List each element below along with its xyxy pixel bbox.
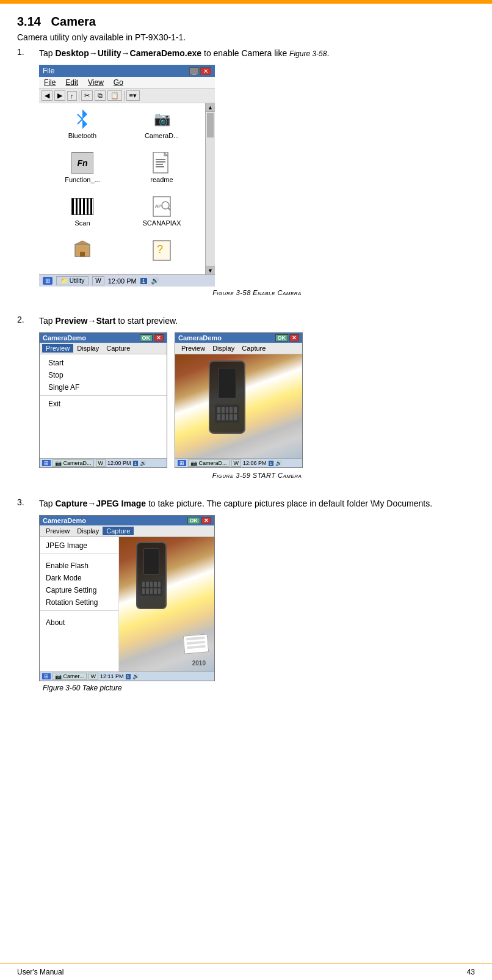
- fig58-paste-btn[interactable]: 📋: [107, 90, 122, 101]
- fig59-camera-preview: [175, 354, 302, 458]
- fig58-scrollbar[interactable]: ▲ ▼: [205, 103, 215, 274]
- step-1-text: Tap Desktop→Utility→CameraDemo.exe to en…: [39, 47, 475, 60]
- svg-line-3: [78, 119, 82, 124]
- icon-bluetooth[interactable]: Bluetooth: [44, 108, 121, 146]
- fig58-menu-file[interactable]: File: [44, 78, 56, 87]
- fig58-menu-go[interactable]: Go: [114, 78, 123, 87]
- fig59-right-menu-display[interactable]: Display: [209, 344, 238, 353]
- fig60-menu-capsetting[interactable]: Capture Setting: [40, 584, 118, 596]
- fig60-sep2: [40, 610, 118, 615]
- footer: User's Manual 43: [0, 964, 492, 980]
- icon-camerademo[interactable]: 📷 CameraD...: [123, 108, 200, 146]
- fig60-menu-dark[interactable]: Dark Mode: [40, 572, 118, 584]
- fig59-left-app-btn[interactable]: 📷 CameraD...: [52, 459, 94, 467]
- fig59-menu-stop[interactable]: Stop: [40, 369, 167, 381]
- svg-marker-0: [82, 109, 87, 119]
- fig59-left-badge: 1: [133, 461, 138, 466]
- fig59-left-body: Start Stop Single AF Exit: [40, 354, 167, 458]
- fig60-menu-capture[interactable]: Capture: [103, 527, 134, 535]
- readme-icon: [151, 152, 173, 174]
- fig60-device-silhouette: [136, 542, 167, 609]
- fig59-right-menu-capture[interactable]: Capture: [238, 344, 269, 353]
- fn-icon: Fn: [71, 152, 93, 174]
- start-button[interactable]: ⊞: [43, 277, 52, 285]
- speaker-icon: 🔊: [151, 277, 159, 285]
- intro-content: Camera utility only available in PT-9X30…: [17, 32, 186, 42]
- fig59-left-app-label: CameraD...: [63, 460, 92, 466]
- fig58-minimize-btn[interactable]: _: [189, 67, 199, 75]
- icon-function[interactable]: Fn Function_...: [44, 152, 121, 190]
- utility-label: Utility: [70, 277, 84, 284]
- fig59-right-app-btn[interactable]: 📷 CameraD...: [188, 459, 230, 467]
- fig58-view-btn[interactable]: ≡▾: [126, 90, 140, 101]
- svg-line-2: [78, 114, 82, 119]
- fig60-word-btn[interactable]: W: [89, 673, 99, 680]
- icon-scan[interactable]: Scan: [44, 196, 121, 233]
- fig60-doc: [183, 634, 209, 654]
- fig59-left-ok-btn[interactable]: OK: [140, 334, 153, 342]
- fig58-menubar: File Edit View Go: [39, 77, 215, 89]
- word-taskbar[interactable]: W: [92, 276, 104, 285]
- scroll-thumb[interactable]: [207, 113, 214, 137]
- fig59-right-close-btn[interactable]: ✕: [289, 334, 299, 342]
- fig60-menu-flash[interactable]: Enable Flash: [40, 560, 118, 572]
- fig60-menu-about[interactable]: About: [40, 616, 118, 629]
- fig58-up-btn[interactable]: ↑: [67, 91, 77, 101]
- fig59-right-word-btn[interactable]: W: [231, 459, 242, 467]
- fig58-menu-view[interactable]: View: [88, 78, 104, 87]
- fig60-menu-jpeg[interactable]: JPEG Image: [40, 539, 118, 552]
- scroll-down-btn[interactable]: ▼: [206, 266, 215, 274]
- fig59-left-menu-capture[interactable]: Capture: [103, 344, 134, 353]
- fig59-left-menu-preview[interactable]: Preview: [42, 344, 73, 353]
- fig60-menu-preview[interactable]: Preview: [42, 527, 73, 535]
- camera-icon: 📷: [151, 108, 173, 130]
- fig60-titlebar: CameraDemo OK ✕: [40, 516, 214, 525]
- fig60-close-btn[interactable]: ✕: [201, 517, 211, 524]
- bluetooth-label: Bluetooth: [68, 132, 96, 139]
- fig59-left-close-btn[interactable]: ✕: [154, 334, 164, 342]
- step-2-num: 2.: [17, 315, 39, 324]
- fig60-title: CameraDemo: [43, 517, 86, 524]
- scan-label: Scan: [74, 219, 90, 227]
- icon-misc2[interactable]: ?: [123, 240, 200, 270]
- icon-scanapiax[interactable]: API SCANAPIAX: [123, 196, 200, 233]
- fig59-menu-start[interactable]: Start: [40, 357, 167, 369]
- device-screen: [218, 368, 236, 398]
- fig58-back-btn[interactable]: ◀: [42, 90, 52, 101]
- fig60-start-icon: ⊞: [42, 673, 51, 679]
- fig59-menu-singleaf[interactable]: Single AF: [40, 381, 167, 393]
- fig60-ok-btn[interactable]: OK: [187, 517, 201, 524]
- fig59-right-title: CameraDemo: [178, 334, 222, 342]
- fig60-app-btn[interactable]: 📷 Camer...: [52, 673, 87, 680]
- bluetooth-icon: [71, 108, 93, 130]
- fig58-cut-btn[interactable]: ✂: [81, 90, 93, 101]
- fig59-caption: Figure 3-59 START Camera: [39, 472, 475, 479]
- fig60-menu-display[interactable]: Display: [73, 527, 103, 535]
- fig59-right-menu-preview[interactable]: Preview: [178, 344, 209, 353]
- fig59-menu-exit[interactable]: Exit: [40, 398, 167, 410]
- fig58-icon-grid: Bluetooth 📷 CameraD... Fn: [39, 103, 205, 274]
- fig58-copy-btn[interactable]: ⧉: [95, 90, 106, 101]
- svg-marker-1: [82, 119, 87, 129]
- step-2: 2. Tap Preview→Start to start preview. C…: [17, 315, 475, 489]
- device-silhouette: [209, 360, 245, 434]
- svg-text:?: ?: [157, 243, 163, 255]
- fig59-right-ok-btn[interactable]: OK: [275, 334, 289, 342]
- fig58-close-btn[interactable]: ✕: [200, 67, 211, 75]
- status-time: 12:00 PM: [108, 277, 137, 285]
- step-2-text: Tap Preview→Start to start preview.: [39, 315, 475, 327]
- fig58-forward-btn[interactable]: ▶: [54, 90, 65, 101]
- icon-readme[interactable]: readme: [123, 152, 200, 190]
- scroll-up-btn[interactable]: ▲: [206, 103, 215, 112]
- fig58-sep2: [124, 91, 125, 101]
- fig59-left-menu-display[interactable]: Display: [73, 344, 103, 353]
- fig59-right-menubar: Preview Display Capture: [175, 343, 302, 354]
- scanapiax-label: SCANAPIAX: [143, 219, 181, 227]
- barcode-graphic: [71, 198, 93, 215]
- fig60-menu-rotation[interactable]: Rotation Setting: [40, 596, 118, 609]
- fig59-left-word-btn[interactable]: W: [96, 459, 106, 467]
- icon-misc1[interactable]: [44, 240, 121, 270]
- utility-taskbar[interactable]: 📁 Utility: [56, 276, 89, 285]
- fig58-menu-edit[interactable]: Edit: [65, 78, 78, 87]
- misc1-icon: [71, 240, 93, 261]
